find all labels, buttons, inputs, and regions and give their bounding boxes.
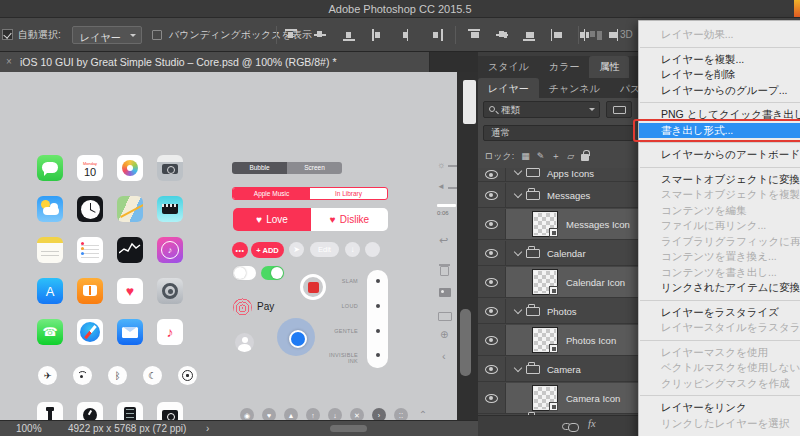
lock-paint-icon[interactable]: ✎ xyxy=(537,151,545,161)
circle-button[interactable] xyxy=(365,242,380,257)
do-not-disturb-icon[interactable]: ☾ xyxy=(143,366,162,385)
eye-icon[interactable] xyxy=(485,220,498,229)
toggle-off[interactable] xyxy=(233,266,256,280)
safari-app-icon[interactable] xyxy=(77,319,103,345)
layer-filter-box[interactable]: 種類 xyxy=(483,101,600,118)
reminders-app-icon[interactable] xyxy=(77,237,103,263)
lock-artboard-icon[interactable]: ▱ xyxy=(567,151,574,161)
segmented-control-bubble-screen[interactable]: Bubble Screen xyxy=(232,162,342,174)
visibility-cell[interactable] xyxy=(478,168,506,181)
undo-icon[interactable]: ↩ xyxy=(439,234,448,247)
bounding-box-checkbox[interactable] xyxy=(152,30,162,40)
segmented-control-apple-music[interactable]: Apple Music In Library xyxy=(232,187,388,200)
photos-app-icon[interactable] xyxy=(117,155,143,181)
download-button[interactable]: ↓ xyxy=(345,242,360,257)
canvas[interactable]: Bubble Screen Apple Music In Library ♥ L… xyxy=(0,72,457,420)
link-layers-icon[interactable] xyxy=(562,423,571,430)
distribute-left-icon[interactable] xyxy=(551,29,564,41)
lock-move-icon[interactable]: ＋ xyxy=(551,150,560,163)
arrow-up-icon[interactable]: ↑ xyxy=(306,408,320,420)
align-top-icon[interactable] xyxy=(285,29,298,41)
flashlight-icon[interactable] xyxy=(37,402,63,420)
eye-icon[interactable] xyxy=(485,249,498,258)
calculator-icon[interactable] xyxy=(117,402,143,420)
itunes-store-app-icon[interactable]: ♪ xyxy=(157,237,183,263)
blend-mode-select[interactable]: 通常 xyxy=(483,125,634,141)
horizontal-scrollbar[interactable] xyxy=(330,425,367,432)
menu-item[interactable]: レイヤーからのグループ... xyxy=(639,83,800,99)
visibility-cell[interactable] xyxy=(478,325,506,355)
visibility-cell[interactable] xyxy=(478,299,506,323)
eye-icon[interactable] xyxy=(485,278,498,287)
airplane-mode-icon[interactable]: ✈ xyxy=(38,366,57,385)
close-icon[interactable]: ✕ xyxy=(350,408,364,420)
camera-shortcut-icon[interactable] xyxy=(157,402,183,420)
menu-item[interactable]: レイヤーを削除 xyxy=(639,67,800,83)
calendar-app-icon[interactable]: Monday10 xyxy=(77,155,103,181)
timer-icon[interactable] xyxy=(77,402,103,420)
chevron-right-icon[interactable]: › xyxy=(372,408,386,420)
frame-icon[interactable] xyxy=(438,312,452,321)
chevron-down-icon[interactable] xyxy=(514,247,522,255)
notes-app-icon[interactable] xyxy=(37,237,63,263)
eye-icon[interactable] xyxy=(485,307,498,316)
eye-icon[interactable] xyxy=(485,170,498,179)
volume-slider[interactable] xyxy=(448,187,457,189)
globe-icon[interactable]: ⊕ xyxy=(440,329,448,340)
visibility-cell[interactable] xyxy=(478,183,506,207)
dislike-button[interactable]: ♥ Dislike xyxy=(311,208,388,231)
layer-effects-fx-icon[interactable]: fx xyxy=(588,418,596,429)
auto-select-checkbox[interactable] xyxy=(2,29,13,40)
maps-app-icon[interactable] xyxy=(117,196,143,222)
heart-icon[interactable]: ♥ xyxy=(262,408,276,420)
menu-item[interactable]: レイヤーからのアートボード... xyxy=(639,147,800,163)
panel-tab-レイヤー[interactable]: レイヤー xyxy=(478,78,539,98)
document-tab[interactable]: × iOS 10 GUI by Great Simple Studio – Co… xyxy=(0,52,430,72)
settings-app-icon[interactable] xyxy=(157,278,183,304)
panel-tab-スタイル[interactable]: スタイル xyxy=(478,56,539,78)
layer-thumbnail[interactable] xyxy=(533,212,557,236)
send-location-button[interactable]: ➤ xyxy=(289,242,304,257)
chevron-up-icon[interactable]: ⌃ xyxy=(416,408,430,420)
distribute-top-icon[interactable] xyxy=(468,29,481,41)
more-options-button[interactable]: ••• xyxy=(232,242,248,258)
panel-tab-チャンネル[interactable]: チャンネル xyxy=(539,78,610,98)
auto-select-dropdown[interactable]: レイヤー xyxy=(72,26,142,44)
arrow-down-icon[interactable]: ↓ xyxy=(328,408,342,420)
zoom-level[interactable]: 100% xyxy=(16,421,42,436)
vertical-scrollbar[interactable] xyxy=(460,309,471,376)
visibility-cell[interactable] xyxy=(478,267,506,297)
layer-thumbnail[interactable] xyxy=(533,328,557,352)
chevron-down-icon[interactable] xyxy=(514,305,522,313)
wifi-icon[interactable] xyxy=(73,366,92,385)
visibility-cell[interactable] xyxy=(478,209,506,239)
messages-app-icon[interactable] xyxy=(37,155,63,181)
segment-apple-music[interactable]: Apple Music xyxy=(233,188,310,199)
menu-item[interactable]: スマートオブジェクトに変換 xyxy=(639,172,800,188)
chevron-down-icon[interactable] xyxy=(514,168,522,175)
panel-tab-カラー[interactable]: カラー xyxy=(539,56,589,78)
visibility-cell[interactable] xyxy=(478,241,506,265)
align-left-icon[interactable] xyxy=(372,29,385,41)
menu-item[interactable]: リンクされたアイテムに変換... xyxy=(639,280,800,296)
align-bottom-icon[interactable] xyxy=(343,29,356,41)
visibility-cell[interactable] xyxy=(478,357,506,381)
add-button[interactable]: + ADD xyxy=(251,242,284,258)
back-chevron-icon[interactable]: ‹ xyxy=(442,350,446,362)
close-tab-icon[interactable]: × xyxy=(6,52,12,72)
eye-icon[interactable] xyxy=(485,191,498,200)
brightness-slider[interactable] xyxy=(448,165,457,167)
segment-screen[interactable]: Screen xyxy=(287,162,342,174)
chevron-down-icon[interactable] xyxy=(514,363,522,371)
status-arrow-icon[interactable]: › xyxy=(206,421,209,436)
app-store-app-icon[interactable]: A xyxy=(37,278,63,304)
distribute-bottom-icon[interactable] xyxy=(523,29,536,41)
lock-all-icon[interactable] xyxy=(581,154,589,161)
eye-icon[interactable] xyxy=(485,336,498,345)
eye-icon[interactable] xyxy=(485,365,498,374)
ibooks-app-icon[interactable] xyxy=(77,278,103,304)
mode-3d-label[interactable]: 3D xyxy=(620,18,633,52)
chevron-down-icon[interactable] xyxy=(514,189,522,197)
segment-bubble[interactable]: Bubble xyxy=(232,162,287,174)
edit-button[interactable]: Edit xyxy=(310,242,339,257)
